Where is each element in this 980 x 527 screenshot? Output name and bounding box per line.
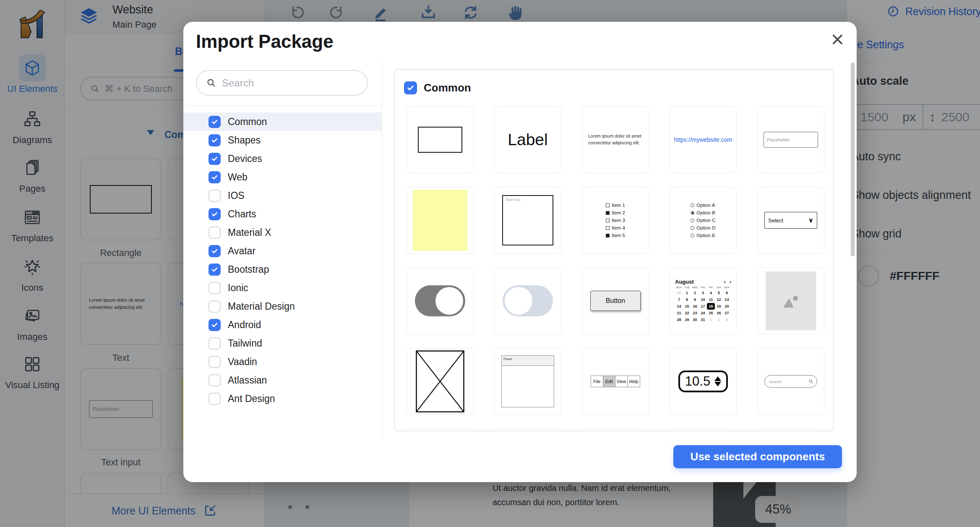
package-row-material-x[interactable]: Material X <box>183 223 382 242</box>
package-checkbox[interactable] <box>209 393 221 405</box>
group-checkbox-common[interactable] <box>404 81 417 94</box>
tile-number-stepper[interactable]: 10.5 <box>670 348 737 415</box>
modal-scrollbar-thumb[interactable] <box>851 63 855 256</box>
stepper-arrows-icon <box>714 376 721 386</box>
package-row-shapes[interactable]: Shapes <box>183 131 382 149</box>
package-row-vaadin[interactable]: Vaadin <box>183 352 382 371</box>
mini-radio-item: Option B <box>691 209 715 217</box>
close-icon[interactable]: × <box>831 28 844 50</box>
mini-checkbox-item: Item 3 <box>606 217 625 224</box>
tile-checkbox-group[interactable]: Item 1Item 2Item 3Item 4Item 5 <box>582 187 649 254</box>
calendar-month: August <box>675 279 694 285</box>
package-row-charts[interactable]: Charts <box>183 205 382 223</box>
package-checkbox[interactable] <box>209 374 221 386</box>
mini-menu-item: File <box>591 376 603 387</box>
tile-text[interactable]: Lorem ipsum dolor sit amet consectetur a… <box>582 106 649 173</box>
import-package-modal: Import Package × CommonShapesDevicesWebI… <box>183 22 857 482</box>
tile-sticky-note[interactable] <box>407 187 474 254</box>
tile-search[interactable]: Search <box>757 348 824 415</box>
package-row-ionic[interactable]: Ionic <box>183 279 382 297</box>
tile-toggle-off[interactable] <box>494 267 561 334</box>
components-grid: Label Lorem ipsum dolor sit amet consect… <box>407 106 824 431</box>
tile-button[interactable]: Button <box>582 267 649 334</box>
mini-menu-item: View <box>615 376 628 387</box>
package-checkbox[interactable] <box>209 208 221 220</box>
tile-rectangle[interactable] <box>407 106 474 173</box>
modal-title: Import Package <box>196 31 334 52</box>
package-label: Ant Design <box>228 393 275 404</box>
tile-textarea[interactable]: Text here <box>494 187 561 254</box>
tile-image-crossed[interactable] <box>407 348 474 415</box>
package-label: Material Design <box>228 301 295 312</box>
tile-peek[interactable] <box>582 428 649 431</box>
package-label: Devices <box>228 153 262 164</box>
select-chevron-icon: ∨ <box>808 217 813 224</box>
tile-label[interactable]: Label <box>494 106 561 173</box>
calendar-prev-icon[interactable]: ‹ <box>724 279 725 285</box>
sticky-note-shape <box>413 190 467 251</box>
package-row-avatar[interactable]: Avatar <box>183 242 382 260</box>
package-checkbox[interactable] <box>209 282 221 294</box>
package-label: Shapes <box>228 135 261 146</box>
package-row-atlassian[interactable]: Atlassian <box>183 371 382 389</box>
package-checkbox[interactable] <box>209 337 221 350</box>
package-row-material-design[interactable]: Material Design <box>183 297 382 316</box>
package-checkbox[interactable] <box>209 356 221 368</box>
tile-image[interactable] <box>757 267 824 334</box>
package-label: Avatar <box>228 245 255 257</box>
package-checkbox[interactable] <box>209 264 221 276</box>
package-row-android[interactable]: Android <box>183 316 382 334</box>
tile-radio-group[interactable]: Option AOption BOption COption DOption E <box>670 187 737 254</box>
use-selected-components-button[interactable]: Use selected components <box>673 445 842 468</box>
common-components-card: Common Label Lorem ipsum dolor sit amet … <box>394 69 834 431</box>
mini-radio-item: Option D <box>691 224 715 232</box>
tile-link[interactable]: https://mywebsite.com <box>670 106 737 173</box>
tile-peek[interactable] <box>757 428 824 431</box>
package-checkbox[interactable] <box>209 227 221 239</box>
mini-checkbox-item: Item 1 <box>606 201 625 209</box>
tile-peek[interactable] <box>407 428 474 431</box>
package-row-web[interactable]: Web <box>183 168 382 186</box>
package-row-common[interactable]: Common <box>183 112 382 131</box>
package-label: Material X <box>228 227 271 238</box>
package-checkbox[interactable] <box>209 153 221 165</box>
package-checkbox[interactable] <box>209 134 221 146</box>
package-checkbox[interactable] <box>209 245 221 257</box>
package-label: Ionic <box>228 282 248 294</box>
mini-menu-item: Edit <box>603 376 615 387</box>
package-label: IOS <box>228 190 245 201</box>
package-label: Atlassian <box>228 375 267 386</box>
tile-toggle-on[interactable] <box>407 267 474 334</box>
rectangle-shape <box>418 127 462 153</box>
package-search[interactable] <box>196 70 368 96</box>
package-checkbox[interactable] <box>209 300 221 313</box>
package-label: Tailwind <box>228 338 262 349</box>
tile-peek[interactable] <box>494 428 561 431</box>
package-checkbox[interactable] <box>209 190 221 202</box>
package-row-bootstrap[interactable]: Bootstrap <box>183 260 382 279</box>
package-search-input[interactable] <box>222 77 360 89</box>
package-row-tailwind[interactable]: Tailwind <box>183 334 382 352</box>
package-label: Common <box>228 116 267 128</box>
package-checkbox[interactable] <box>209 319 221 331</box>
tile-peek[interactable] <box>670 428 737 431</box>
mini-menu-item: Help <box>628 376 640 387</box>
package-checkbox[interactable] <box>209 116 221 128</box>
tile-panel[interactable]: Panel <box>494 348 561 415</box>
tile-calendar[interactable]: August ‹› MONTUEWEDTHUFRISATSUN 30123456… <box>670 267 737 334</box>
mini-checkbox-item: Item 5 <box>606 232 625 239</box>
package-row-ant-design[interactable]: Ant Design <box>183 389 382 408</box>
toggle-on-shape <box>415 285 465 316</box>
package-label: Vaadin <box>228 356 257 368</box>
tile-text-input[interactable]: Placeholder <box>757 106 824 173</box>
search-icon <box>808 379 813 384</box>
package-label: Web <box>228 172 248 183</box>
mini-radio-item: Option E <box>691 232 715 239</box>
calendar-next-icon[interactable]: › <box>730 279 731 285</box>
tile-menu-bar[interactable]: FileEditViewHelp <box>582 348 649 415</box>
tile-select[interactable]: Select∨ <box>757 187 824 254</box>
package-row-devices[interactable]: Devices <box>183 149 382 168</box>
package-checkbox[interactable] <box>209 171 221 183</box>
package-row-ios[interactable]: IOS <box>183 186 382 205</box>
mini-radio-item: Option C <box>691 217 715 224</box>
